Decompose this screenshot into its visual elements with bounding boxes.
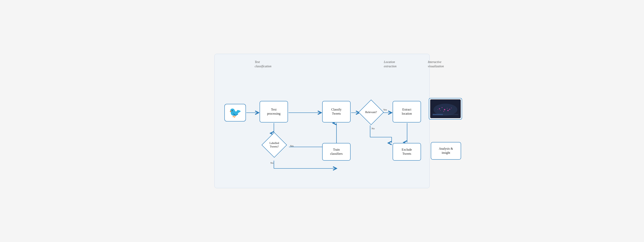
section-label-interactive-visualization: Interactivevisualization bbox=[428, 60, 444, 68]
svg-point-27 bbox=[451, 108, 452, 108]
classify-tweets-node: ClassifyTweets bbox=[322, 101, 350, 122]
svg-point-21 bbox=[444, 109, 445, 110]
no-label-relevant: No bbox=[372, 126, 374, 130]
arrows-svg bbox=[222, 70, 422, 180]
relevant-node: Relevant? bbox=[358, 100, 384, 125]
svg-point-23 bbox=[449, 109, 450, 110]
svg-rect-33 bbox=[433, 114, 443, 115]
exclude-tweets-node: ExcludeTweets bbox=[392, 143, 421, 160]
svg-point-28 bbox=[438, 109, 438, 110]
svg-point-25 bbox=[448, 110, 448, 111]
diagram-container: Textclassification Locationextraction In… bbox=[214, 54, 430, 188]
section-label-text-classification: Textclassification bbox=[255, 60, 271, 68]
svg-point-19 bbox=[439, 108, 440, 109]
labelled-tweets-node: LabelledTweets? bbox=[262, 132, 287, 158]
flow-area: 🐦 Textprocessing LabelledTweets? Yes No … bbox=[222, 70, 422, 180]
section-label-location-extraction: Locationextraction bbox=[384, 60, 396, 68]
mini-map bbox=[430, 100, 461, 118]
svg-point-22 bbox=[447, 108, 448, 108]
yes-label-labelled: Yes bbox=[290, 144, 294, 148]
extract-location-node: Extractlocation bbox=[392, 101, 421, 122]
svg-point-18 bbox=[434, 104, 457, 116]
yes-label-relevant: Yes bbox=[383, 108, 387, 111]
text-processing-node: Textprocessing bbox=[260, 101, 288, 122]
svg-point-24 bbox=[443, 111, 444, 112]
train-classifiers-node: Trainclassifiers bbox=[322, 143, 350, 160]
twitter-node: 🐦 bbox=[224, 104, 246, 122]
svg-point-20 bbox=[442, 107, 442, 108]
analysis-insight-node: Analysis &insight bbox=[431, 142, 461, 160]
no-label-labelled: No bbox=[270, 161, 274, 164]
dashboard-node bbox=[429, 98, 462, 120]
twitter-icon: 🐦 bbox=[229, 106, 242, 119]
svg-point-26 bbox=[440, 110, 440, 111]
